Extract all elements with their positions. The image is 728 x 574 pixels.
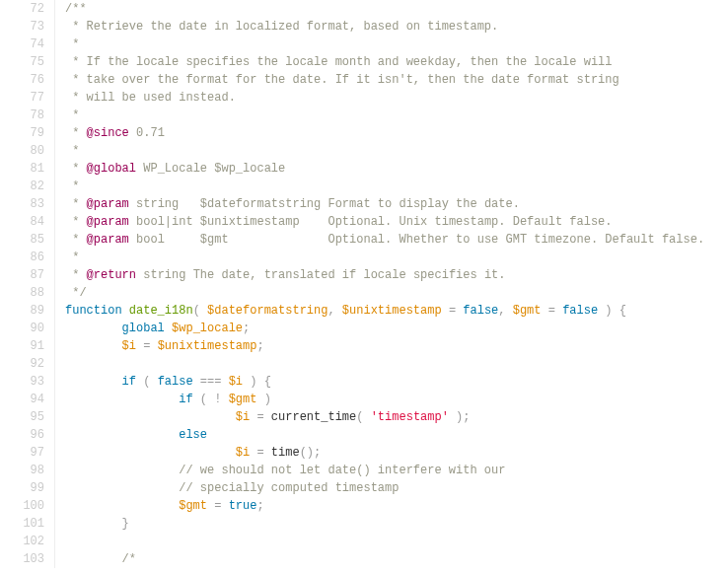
code-line[interactable]: * [65,107,728,124]
token: } [122,517,129,531]
token: @param [87,233,129,247]
line-number: 91 [0,337,44,355]
token: $unixtimestamp [342,304,442,318]
token: * [65,37,79,51]
code-line[interactable]: * [65,178,728,195]
code-line[interactable]: if ( ! $gmt ) [65,391,728,408]
code-line[interactable]: function date_i18n( $dateformatstring, $… [65,302,728,320]
line-number: 82 [0,178,44,195]
code-line[interactable]: * [65,249,728,266]
token [65,410,236,424]
token: * [65,126,87,140]
code-line[interactable]: $i = current_time( 'timestamp' ); [65,408,728,426]
token: function [65,304,122,318]
token: global [122,322,165,335]
token: ) { [243,375,271,389]
code-content[interactable]: /** * Retrieve the date in localized for… [55,0,728,568]
token: * will be used instead. [65,91,236,105]
token: if [122,375,136,389]
token: true [229,499,257,513]
line-number: 103 [0,550,44,568]
code-line[interactable]: */ [65,284,728,302]
token [65,446,236,460]
code-line[interactable]: /** [65,0,728,18]
token [65,428,179,442]
line-number: 83 [0,195,44,213]
token: false [463,304,498,318]
token [65,339,122,353]
code-line[interactable]: * Retrieve the date in localized format,… [65,18,728,36]
code-line[interactable]: * @param bool|int $unixtimestamp Optiona… [65,213,728,231]
token: * [65,197,87,211]
token: bool|int $unixtimestamp Optional. Unix t… [129,215,613,229]
token: $i [229,375,243,389]
line-number: 102 [0,533,44,550]
token: $wp_locale [172,322,243,335]
line-number: 93 [0,373,44,391]
token: 0.71 [129,126,165,140]
line-number: 89 [0,302,44,320]
token: , [498,304,512,318]
token: ) [256,393,270,406]
code-line[interactable]: $i = time(); [65,444,728,462]
code-line[interactable]: if ( false === $i ) { [65,373,728,391]
code-line[interactable]: /* [65,550,728,568]
token: 'timestamp' [371,410,449,424]
token: * [65,162,87,176]
token [122,304,129,318]
code-line[interactable]: * @param string $dateformatstring Format… [65,195,728,213]
token: = [250,410,271,424]
code-line[interactable]: // specially computed timestamp [65,479,728,497]
token: * [65,144,79,158]
code-line[interactable]: * take over the format for the date. If … [65,71,728,89]
line-number: 97 [0,444,44,462]
token: ) { [598,304,626,318]
token: === [193,375,229,389]
token: * [65,268,87,282]
token: ( ! [193,393,229,406]
code-line[interactable]: * [65,142,728,160]
code-line[interactable]: // we should not let date() interfere wi… [65,462,728,479]
token: * If the locale specifies the locale mon… [65,55,613,69]
token: (); [300,446,322,460]
token [65,322,122,335]
token: $gmt [229,393,257,406]
code-line[interactable]: global $wp_locale; [65,320,728,337]
code-line[interactable]: * @param bool $gmt Optional. Whether to … [65,231,728,249]
code-line[interactable]: * If the locale specifies the locale mon… [65,53,728,71]
token: * [65,251,79,264]
token: // specially computed timestamp [179,481,399,495]
token: @since [87,126,129,140]
code-line[interactable]: * @global WP_Locale $wp_locale [65,160,728,178]
token [65,393,179,406]
token: * [65,233,87,247]
line-number: 84 [0,213,44,231]
code-line[interactable] [65,355,728,373]
code-line[interactable]: * [65,36,728,53]
token: @return [87,268,136,282]
code-line[interactable]: else [65,426,728,444]
code-line[interactable]: $i = $unixtimestamp; [65,337,728,355]
token: * [65,215,87,229]
token [65,517,122,531]
code-line[interactable]: * @since 0.71 [65,124,728,142]
token: WP_Locale $wp_locale [136,162,285,176]
code-line[interactable] [65,533,728,550]
code-line[interactable]: $gmt = true; [65,497,728,515]
token: $i [122,339,136,353]
token: , [328,304,341,318]
line-number: 94 [0,391,44,408]
line-number: 98 [0,462,44,479]
code-line[interactable]: * @return string The date, translated if… [65,266,728,284]
token: ; [256,339,263,353]
line-number: 101 [0,515,44,533]
token: time [271,446,300,460]
line-number: 77 [0,89,44,107]
code-line[interactable]: * will be used instead. [65,89,728,107]
token: = [136,339,158,353]
line-number: 87 [0,266,44,284]
line-number: 96 [0,426,44,444]
code-line[interactable]: } [65,515,728,533]
token: @param [87,197,129,211]
token: = [442,304,464,318]
